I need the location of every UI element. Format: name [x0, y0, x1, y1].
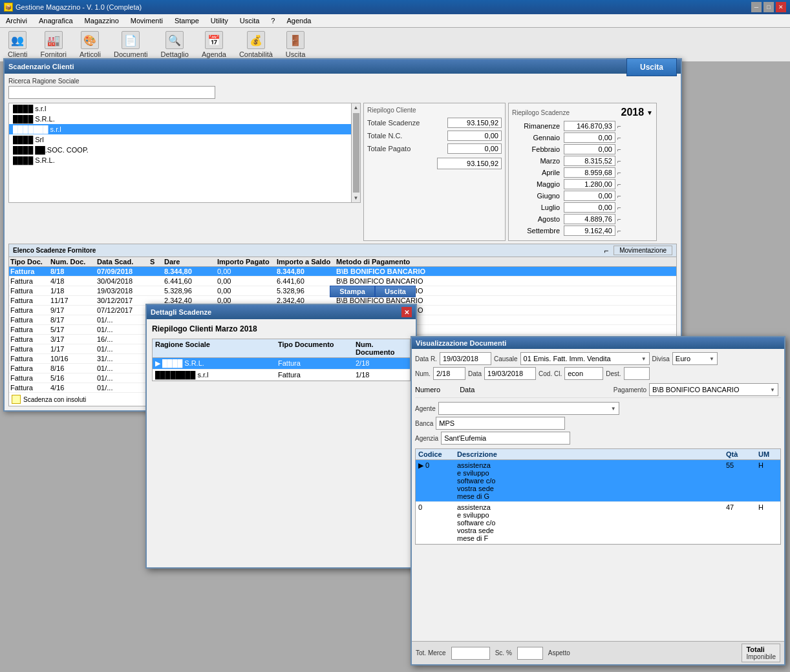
menu-help[interactable]: ?	[268, 16, 278, 26]
pagamento-dropdown[interactable]: B\B BONIFICO BANCARIO ▼	[649, 383, 778, 396]
data-r-input[interactable]	[440, 352, 491, 365]
rs-icon-3[interactable]: ⌐	[617, 158, 621, 165]
documenti-icon: 📄	[122, 31, 140, 49]
rs-row-3: Marzo 8.315,52 ⌐	[512, 156, 653, 166]
divisa-value: Euro	[676, 355, 690, 362]
elenco-title: Elenco Scadenze Fornitore	[13, 247, 96, 254]
menu-magazzino[interactable]: Magazzino	[81, 16, 122, 26]
dettagli-row-0[interactable]: ▶ ████ S.R.L. Fattura 2/18	[153, 358, 410, 370]
rs-title: Riepilogo Scadenze	[512, 109, 570, 116]
elenco-row-1[interactable]: Fattura 4/18 30/04/2018 6.441,60 0,00 6.…	[9, 277, 676, 286]
scroll-down[interactable]: ▼	[352, 194, 360, 202]
agenzia-input[interactable]	[441, 432, 570, 445]
menu-uscita[interactable]: Uscita	[237, 16, 263, 26]
elenco-row-0[interactable]: Fattura 8/18 07/09/2018 8.344,80 0,00 8.…	[9, 267, 676, 277]
dettagli-row-1[interactable]: ████████ s.r.l Fattura 1/18	[153, 370, 410, 381]
uscita-button[interactable]: Uscita	[626, 58, 677, 76]
totale-nc-value: 0,00	[447, 131, 502, 141]
dettagli-table-header: Ragione Sociale Tipo Documento Num. Docu…	[153, 339, 410, 358]
client-item-0[interactable]: ████ s.r.l	[9, 103, 351, 114]
toolbar-fornitori[interactable]: 🏭 Fornitori	[37, 30, 70, 59]
rs-row-5: Maggio 1.280,00 ⌐	[512, 179, 653, 189]
rs-row-7: Luglio 0,00 ⌐	[512, 202, 653, 213]
minimize-btn[interactable]: ─	[751, 2, 762, 12]
rs-row-4: Aprile 8.959,68 ⌐	[512, 167, 653, 178]
scroll-up[interactable]: ▲	[352, 103, 360, 112]
riepilogo-cliente-title: Riepilogo Cliente	[367, 107, 502, 114]
movimentazione-btn[interactable]: Movimentazione	[614, 246, 672, 255]
numero-label: Numero	[415, 386, 440, 394]
toolbar-articoli[interactable]: 🎨 Articoli	[76, 30, 105, 59]
toolbar-agenda[interactable]: 📅 Agenda	[198, 30, 230, 59]
menu-anagrafica[interactable]: Anagrafica	[36, 16, 76, 26]
data-input[interactable]	[484, 367, 536, 380]
divisa-label: Divisa	[652, 355, 670, 362]
tot-merce-input[interactable]	[451, 647, 490, 660]
rs-icon-6[interactable]: ⌐	[617, 193, 621, 200]
vis-table-header: Codice Descrizione Qtà UM	[416, 449, 780, 460]
dettagli-stampa-btn[interactable]: Stampa	[330, 286, 375, 297]
rs-icon-1[interactable]: ⌐	[617, 134, 621, 142]
banca-label: Banca	[415, 420, 433, 427]
toolbar-documenti[interactable]: 📄 Documenti	[110, 30, 152, 59]
dettagli-title: Dettagli Scadenze	[151, 308, 211, 316]
aspetto-label: Aspetto	[548, 649, 570, 656]
client-item-4[interactable]: ████ ██.SOC. COOP.	[9, 145, 351, 155]
rs-icon-5[interactable]: ⌐	[617, 181, 621, 188]
agente-arrow: ▼	[611, 406, 616, 412]
vis-row-0[interactable]: ▶ 0 assistenza e sviluppo software c/o v…	[416, 460, 780, 502]
scroll-thumb[interactable]	[353, 113, 359, 193]
dettagli-content-title: Riepilogo Clienti Marzo 2018	[152, 324, 411, 333]
rs-icon-2[interactable]: ⌐	[617, 146, 621, 153]
cod-cl-label: Cod. Cl.	[539, 370, 562, 377]
menu-agenda[interactable]: Agenda	[283, 16, 314, 26]
tot-merce-label: Tot. Merce	[416, 649, 446, 656]
rs-row-2: Febbraio 0,00 ⌐	[512, 144, 653, 154]
sc-input[interactable]	[517, 647, 543, 660]
imponibile-label: Imponibile	[746, 653, 776, 660]
causale-dropdown[interactable]: 01 Emis. Fatt. Imm. Vendita ▼	[520, 352, 650, 365]
menu-archivi[interactable]: Archivi	[3, 16, 30, 26]
banca-input[interactable]	[436, 417, 565, 430]
client-item-3[interactable]: ████ Srl	[9, 134, 351, 145]
toolbar-uscita[interactable]: 🚪 Uscita	[282, 30, 310, 59]
rs-icon-8[interactable]: ⌐	[617, 216, 621, 223]
toolbar-clienti[interactable]: 👥 Clienti	[4, 30, 32, 59]
rs-year: 2018	[621, 107, 645, 118]
vis-row-1[interactable]: 0 assistenza e sviluppo software c/o vos…	[416, 502, 780, 544]
divisa-dropdown[interactable]: Euro ▼	[672, 352, 718, 365]
client-list: ████ s.r.l████ S.R.L.███████ s.r.l████ S…	[8, 103, 361, 203]
contabilita-icon: 💰	[247, 31, 265, 49]
menu-movimenti[interactable]: Movimenti	[127, 16, 166, 26]
scadenzario-title: Scadenzario Clienti	[8, 63, 74, 70]
search-input[interactable]	[8, 86, 215, 99]
maximize-btn[interactable]: □	[763, 2, 774, 12]
rs-row-9: Settembre 9.162,40 ⌐	[512, 226, 653, 236]
totale-nc-label: Totale N.C.	[367, 132, 445, 140]
clienti-icon: 👥	[8, 31, 27, 49]
client-item-5[interactable]: ████ S.R.L.	[9, 155, 351, 165]
num-input[interactable]	[433, 367, 465, 380]
dest-input[interactable]	[624, 367, 650, 380]
close-btn[interactable]: ✕	[776, 2, 786, 12]
causale-value: 01 Emis. Fatt. Imm. Vendita	[524, 355, 611, 362]
menu-stampe[interactable]: Stampe	[171, 16, 202, 26]
rs-icon-4[interactable]: ⌐	[617, 169, 621, 176]
pagamento-value: B\B BONIFICO BANCARIO	[652, 386, 739, 394]
app-title: Gestione Magazzino - V. 1.0 (Completa)	[16, 3, 142, 11]
rs-icon-9[interactable]: ⌐	[617, 227, 621, 235]
client-item-2[interactable]: ███████ s.r.l	[9, 124, 351, 134]
toolbar-dettaglio[interactable]: 🔍 Dettaglio	[157, 30, 193, 59]
toolbar-contabilita[interactable]: 💰 Contabilità	[235, 30, 277, 59]
dettagli-close[interactable]: ✕	[401, 307, 412, 317]
agente-dropdown[interactable]: ▼	[438, 402, 619, 415]
rs-icon-7[interactable]: ⌐	[617, 204, 621, 211]
rs-year-down[interactable]: ▼	[646, 109, 653, 116]
menu-utility[interactable]: Utility	[208, 16, 231, 26]
sc-label: Sc. %	[495, 649, 512, 656]
cod-cl-input[interactable]	[564, 367, 603, 380]
client-item-1[interactable]: ████ S.R.L.	[9, 114, 351, 124]
movimentazione-icon[interactable]: ⌐	[604, 246, 608, 255]
rs-icon-0[interactable]: ⌐	[617, 123, 621, 130]
dettagli-uscita-btn[interactable]: Uscita	[375, 286, 416, 297]
